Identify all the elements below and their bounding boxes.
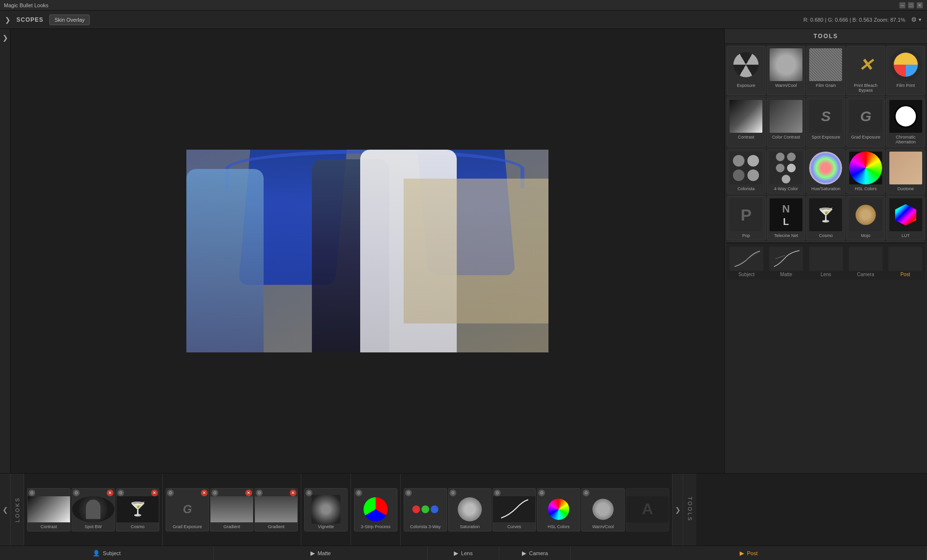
- strip-gradient2[interactable]: ✕ ⚙ Gradient: [254, 488, 298, 532]
- hslcolors-settings-dot[interactable]: ⚙: [538, 490, 545, 496]
- left-strip: ❯: [0, 29, 11, 473]
- lut-icon: [895, 204, 916, 225]
- colorista3-settings-dot[interactable]: ⚙: [405, 490, 412, 496]
- curves-strip-thumb: [493, 496, 535, 522]
- tseg-matte[interactable]: Matte: [766, 243, 806, 280]
- tool-cosmo[interactable]: 🍸 Cosmo: [806, 196, 845, 240]
- tool-chromatic[interactable]: Chromatic Aberration: [886, 98, 925, 147]
- tool-fourway[interactable]: 4-Way Color: [767, 149, 806, 194]
- looks-label: LOOKS: [14, 497, 20, 522]
- strip-vignette[interactable]: ⚙ Vignette: [304, 488, 348, 532]
- tool-hslcolors[interactable]: HSL Colors: [846, 149, 885, 194]
- spot-close-btn[interactable]: ✕: [107, 490, 113, 496]
- tool-filmgrain[interactable]: Film Grain: [806, 46, 845, 95]
- gradient2-close-btn[interactable]: ✕: [290, 490, 296, 496]
- topbar: ❯ SCOPES Skin Overlay R: 0.680 | G: 0.66…: [0, 11, 927, 29]
- tseg-subject-thumb: [730, 247, 763, 271]
- saturation-settings-dot[interactable]: ⚙: [449, 490, 456, 496]
- contrast-strip-icon: [28, 496, 70, 522]
- subject-label-text: Subject: [103, 550, 121, 556]
- left-nav-arrow[interactable]: ❯: [2, 34, 8, 42]
- scroll-left-arrow[interactable]: ❮: [0, 474, 11, 546]
- sep-3: [727, 195, 925, 195]
- spot-settings-dot[interactable]: ⚙: [73, 490, 80, 496]
- window-controls: ─ □ ✕: [899, 2, 923, 9]
- settings-btn[interactable]: ⚙ ▼: [911, 16, 922, 23]
- strip-extra[interactable]: A: [626, 488, 669, 532]
- threestrip-settings-dot[interactable]: ⚙: [355, 490, 362, 496]
- cosmo-thumb: 🍸: [809, 198, 842, 231]
- strip-curves[interactable]: ⚙ Curves: [492, 488, 536, 532]
- gradient2-strip-label: Gradient: [268, 524, 285, 529]
- tool-telecinenet[interactable]: N L Telecine Net: [767, 196, 806, 240]
- chromatic-icon: [894, 105, 917, 128]
- spotexposure-icon: S: [809, 100, 842, 133]
- duotone-label: Duotone: [898, 186, 914, 191]
- hslcolors-strip-icon: [548, 499, 569, 520]
- warmcool-icon: [770, 48, 802, 81]
- close-btn[interactable]: ✕: [916, 2, 923, 9]
- tool-printbleach[interactable]: ✕ Print Bleach Bypass: [846, 46, 885, 95]
- tool-gradexposure[interactable]: G Grad Exposure: [846, 98, 885, 147]
- tseg-subject[interactable]: Subject: [727, 243, 766, 280]
- minimize-btn[interactable]: ─: [899, 2, 906, 9]
- tool-duotone[interactable]: Duotone: [886, 149, 925, 194]
- nav-arrow[interactable]: ❯: [5, 16, 11, 24]
- tool-lut[interactable]: LUT: [886, 196, 925, 240]
- tools-row-2: Contrast Color Contrast S Spot Exposure: [727, 98, 925, 147]
- grad-close-btn[interactable]: ✕: [201, 490, 208, 496]
- tool-exposure[interactable]: Exposure: [727, 46, 766, 95]
- warmcool-strip-settings-dot[interactable]: ⚙: [583, 490, 590, 496]
- hslcolors-icon: [849, 152, 882, 184]
- right-tools-label: TOOLS: [687, 497, 693, 522]
- dot-bl: [733, 169, 744, 181]
- strip-gradient1[interactable]: ✕ ⚙ Gradient: [210, 488, 253, 532]
- strip-cosmo[interactable]: ✕ ⚙ 🍸 Cosmo: [116, 488, 159, 532]
- curves-strip-label: Curves: [507, 524, 521, 529]
- contrast-strip-thumb: [28, 496, 70, 522]
- matte-bottom-label: ▶ Matte: [214, 546, 428, 560]
- gradient1-settings-dot[interactable]: ⚙: [211, 490, 218, 496]
- bottom-row: ❮ LOOKS ⚙ Contrast ✕ ⚙: [0, 473, 927, 560]
- strip-warmcool[interactable]: ⚙ Warm/Cool: [581, 488, 625, 532]
- tool-mojo[interactable]: Mojo: [846, 196, 885, 240]
- strip-colorista3[interactable]: ⚙ Colorista 3-Way: [404, 488, 447, 532]
- tseg-lens[interactable]: Lens: [806, 243, 845, 280]
- tool-spotexposure[interactable]: S Spot Exposure: [806, 98, 845, 147]
- filmprint-label: Film Print: [897, 83, 915, 88]
- strip-spot[interactable]: ✕ ⚙ Spot BW: [71, 488, 115, 532]
- post-section: ⚙ Colorista 3-Way ⚙ Saturation: [401, 474, 672, 546]
- strip-grad[interactable]: ✕ ⚙ G Grad Exposure: [166, 488, 209, 532]
- contrast-settings-dot[interactable]: ⚙: [28, 490, 35, 496]
- strip-contrast[interactable]: ⚙ Contrast: [27, 488, 70, 532]
- spotexposure-label: Spot Exposure: [812, 135, 840, 140]
- fwd-3: [776, 164, 785, 172]
- tseg-camera[interactable]: Camera: [846, 243, 885, 280]
- tool-pop[interactable]: P Pop: [727, 196, 766, 240]
- tool-huesat[interactable]: Hue/Saturation: [806, 149, 845, 194]
- tool-contrast[interactable]: Contrast: [727, 98, 766, 147]
- curves-settings-dot[interactable]: ⚙: [494, 490, 501, 496]
- hslcolors-strip-label: HSL Colors: [548, 524, 570, 529]
- gradient1-close-btn[interactable]: ✕: [245, 490, 252, 496]
- strip-hslcolors[interactable]: ⚙ HSL Colors: [537, 488, 580, 532]
- scroll-right-arrow[interactable]: ❯: [672, 474, 683, 546]
- tool-colorista[interactable]: Colorista: [727, 149, 766, 194]
- gradient2-settings-dot[interactable]: ⚙: [256, 490, 263, 496]
- strip-3strip[interactable]: ⚙ 3-Strip Process: [354, 488, 397, 532]
- tool-colorcontrast[interactable]: Color Contrast: [767, 98, 806, 147]
- lens-label-text: Lens: [461, 550, 473, 556]
- grad-settings-dot[interactable]: ⚙: [167, 490, 174, 496]
- cosmo-close-btn[interactable]: ✕: [151, 490, 158, 496]
- sep-1: [727, 96, 925, 97]
- titlebar: Magic Bullet Looks ─ □ ✕: [0, 0, 927, 11]
- cosmo-settings-dot[interactable]: ⚙: [117, 490, 124, 496]
- tool-filmprint[interactable]: Film Print: [886, 46, 925, 95]
- maximize-btn[interactable]: □: [908, 2, 914, 9]
- skin-overlay-btn[interactable]: Skin Overlay: [49, 14, 90, 25]
- tool-warmcool[interactable]: Warm/Cool: [767, 46, 806, 95]
- chromatic-thumb: [889, 100, 922, 133]
- tools-segment-row: Subject Matte Lens: [727, 243, 925, 280]
- tseg-post[interactable]: Post: [885, 243, 925, 280]
- strip-saturation[interactable]: ⚙ Saturation: [448, 488, 492, 532]
